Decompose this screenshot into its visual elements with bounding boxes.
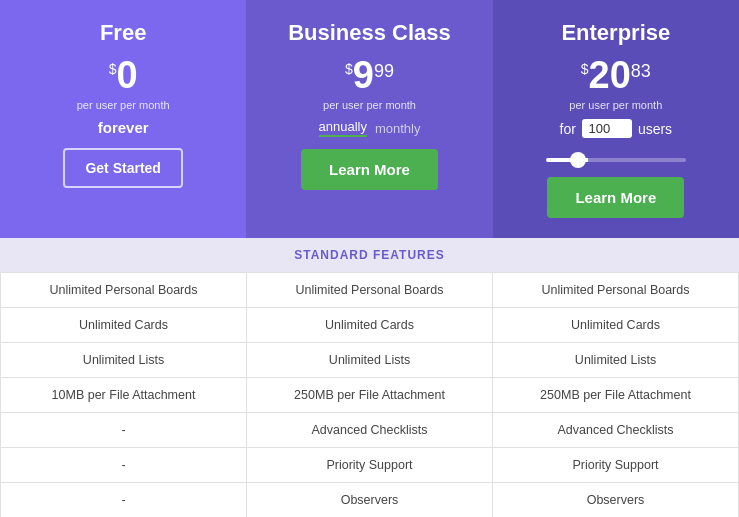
table-row: -Advanced ChecklistsAdvanced Checklists	[1, 413, 739, 448]
business-plan-price: $999	[261, 56, 477, 94]
enterprise-learn-more-button[interactable]: Learn More	[547, 177, 684, 218]
feature-cell-free: -	[1, 483, 247, 518]
table-row: 10MB per File Attachment250MB per File A…	[1, 378, 739, 413]
feature-cell-business: Unlimited Lists	[247, 343, 493, 378]
enterprise-plan-name: Enterprise	[508, 20, 724, 46]
monthly-option[interactable]: monthly	[375, 121, 421, 136]
feature-cell-enterprise: Unlimited Personal Boards	[493, 273, 739, 308]
table-row: Unlimited CardsUnlimited CardsUnlimited …	[1, 308, 739, 343]
enterprise-amount: 20	[589, 54, 631, 96]
feature-cell-enterprise: Advanced Checklists	[493, 413, 739, 448]
feature-cell-enterprise: 250MB per File Attachment	[493, 378, 739, 413]
table-row: -Priority SupportPriority Support	[1, 448, 739, 483]
free-plan-price: $0	[15, 56, 231, 94]
users-slider[interactable]	[546, 158, 686, 162]
feature-cell-enterprise: Unlimited Lists	[493, 343, 739, 378]
table-row: Unlimited ListsUnlimited ListsUnlimited …	[1, 343, 739, 378]
enterprise-plan-price: $2083	[508, 56, 724, 94]
feature-cell-free: Unlimited Lists	[1, 343, 247, 378]
feature-cell-business: Priority Support	[247, 448, 493, 483]
annually-option[interactable]: annually	[319, 119, 367, 137]
billing-toggle: annually monthly	[261, 119, 477, 137]
business-learn-more-button[interactable]: Learn More	[301, 149, 438, 190]
enterprise-per-user: per user per month	[508, 99, 724, 111]
get-started-button[interactable]: Get Started	[63, 148, 182, 188]
feature-cell-business: Unlimited Personal Boards	[247, 273, 493, 308]
business-currency: $	[345, 61, 353, 77]
business-cents: 99	[374, 61, 394, 82]
feature-cell-free: -	[1, 413, 247, 448]
table-row: Unlimited Personal BoardsUnlimited Perso…	[1, 273, 739, 308]
enterprise-cents: 83	[631, 61, 651, 82]
business-plan-column: Business Class $999 per user per month a…	[246, 0, 492, 238]
feature-cell-enterprise: Unlimited Cards	[493, 308, 739, 343]
features-section: STANDARD FEATURES Unlimited Personal Boa…	[0, 238, 739, 517]
free-plan-name: Free	[15, 20, 231, 46]
feature-cell-free: 10MB per File Attachment	[1, 378, 247, 413]
business-plan-name: Business Class	[261, 20, 477, 46]
for-label: for	[560, 121, 576, 137]
free-plan-column: Free $0 per user per month forever Get S…	[0, 0, 246, 238]
users-label: users	[638, 121, 672, 137]
enterprise-currency: $	[581, 61, 589, 77]
free-amount: 0	[116, 54, 137, 96]
feature-cell-business: Unlimited Cards	[247, 308, 493, 343]
feature-cell-business: 250MB per File Attachment	[247, 378, 493, 413]
features-header: STANDARD FEATURES	[0, 238, 739, 272]
feature-cell-free: Unlimited Personal Boards	[1, 273, 247, 308]
feature-cell-business: Observers	[247, 483, 493, 518]
feature-cell-enterprise: Priority Support	[493, 448, 739, 483]
features-table: Unlimited Personal BoardsUnlimited Perso…	[0, 272, 739, 517]
free-per-user: per user per month	[15, 99, 231, 111]
free-sub-label: forever	[15, 119, 231, 136]
feature-cell-enterprise: Observers	[493, 483, 739, 518]
business-per-user: per user per month	[261, 99, 477, 111]
business-amount: 9	[353, 54, 374, 96]
feature-cell-business: Advanced Checklists	[247, 413, 493, 448]
users-row: for users	[508, 119, 724, 138]
users-slider-container	[546, 150, 686, 165]
enterprise-plan-column: Enterprise $2083 per user per month for …	[493, 0, 739, 238]
feature-cell-free: -	[1, 448, 247, 483]
users-input[interactable]	[582, 119, 632, 138]
pricing-header: Free $0 per user per month forever Get S…	[0, 0, 739, 238]
table-row: -ObserversObservers	[1, 483, 739, 518]
feature-cell-free: Unlimited Cards	[1, 308, 247, 343]
